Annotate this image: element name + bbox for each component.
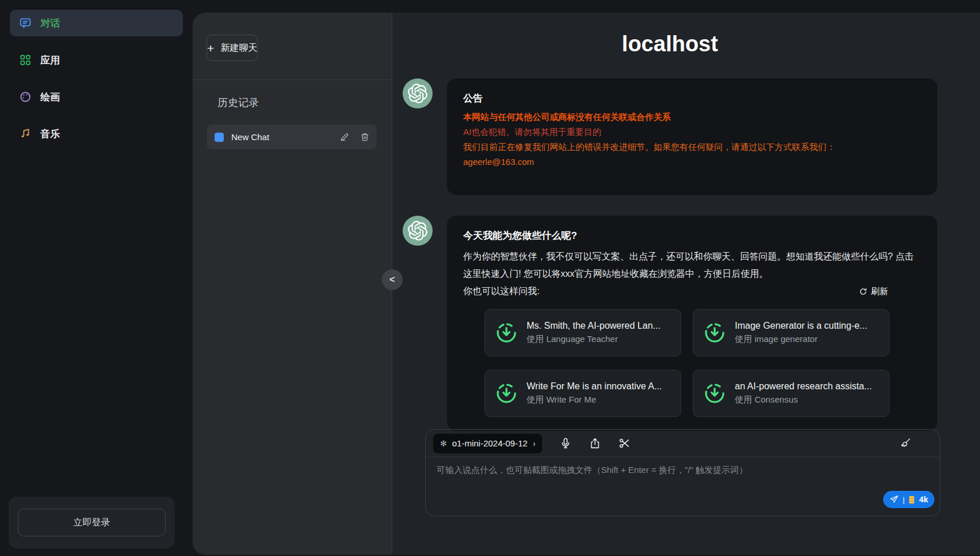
model-selector[interactable]: ✻ o1-mini-2024-09-12 › <box>433 434 542 453</box>
delete-icon[interactable] <box>361 133 369 141</box>
download-circle-icon <box>703 382 726 405</box>
composer: ✻ o1-mini-2024-09-12 › <box>425 429 940 516</box>
ask-hint: 你也可以这样问我: <box>463 283 539 300</box>
history-section-title: 历史记录 <box>217 96 392 110</box>
sidebar-item-drawing[interactable]: 绘画 <box>10 84 183 110</box>
suggestion-card[interactable]: Ms. Smith, the AI-powered Lan... 使用 Lang… <box>485 309 681 356</box>
announcement-title: 公告 <box>463 91 921 106</box>
contact-email-link[interactable]: ageerle@163.com <box>463 157 534 167</box>
welcome-title: 今天我能为您做些什么呢? <box>463 228 921 243</box>
new-chat-button[interactable]: + 新建聊天 <box>206 35 258 61</box>
assistant-message: 今天我能为您做些什么呢? 作为你的智慧伙伴，我不仅可以写文案、出点子，还可以和你… <box>403 216 937 431</box>
edit-icon[interactable] <box>340 133 349 141</box>
broom-icon[interactable] <box>899 437 911 449</box>
upload-icon[interactable] <box>589 437 601 449</box>
refresh-icon <box>859 287 868 296</box>
download-circle-icon <box>703 321 726 344</box>
chat-color-badge <box>215 133 224 142</box>
token-count: 4k <box>919 495 928 504</box>
suggestion-title: Image Generator is a cutting-e... <box>735 321 867 331</box>
suggestion-title: Ms. Smith, the AI-powered Lan... <box>527 321 660 331</box>
chat-bubble-icon <box>19 17 32 29</box>
sidebar-item-label: 音乐 <box>40 127 60 141</box>
sidebar-item-label: 应用 <box>40 54 60 67</box>
sidebar-item-music[interactable]: 音乐 <box>10 121 183 147</box>
plus-icon: + <box>207 42 214 54</box>
download-circle-icon <box>495 382 518 405</box>
suggestion-subtitle: 使用 image generator <box>735 334 867 345</box>
music-note-icon <box>19 127 32 140</box>
suggestion-subtitle: 使用 Consensus <box>735 395 872 405</box>
microphone-icon[interactable] <box>560 437 572 449</box>
workspace: + 新建聊天 历史记录 New Chat < localhost <box>193 13 980 555</box>
assistant-message: 公告 本网站与任何其他公司或商标没有任何关联或合作关系 AI也会犯错。请勿将其用… <box>403 78 937 195</box>
chevron-left-icon: < <box>389 275 395 285</box>
announcement-line: 我们目前正在修复我们网站上的错误并改进细节。如果您有任何疑问，请通过以下方式联系… <box>463 141 921 153</box>
download-circle-icon <box>495 321 518 344</box>
paper-plane-icon <box>889 495 899 504</box>
suggestion-subtitle: 使用 Write For Me <box>527 395 662 405</box>
welcome-body: 作为你的智慧伙伴，我不仅可以写文案、出点子，还可以和你聊天、回答问题。想知道我还… <box>463 248 921 283</box>
refresh-label: 刷新 <box>871 283 888 300</box>
announcement-line: AI也会犯错。请勿将其用于重要目的 <box>463 126 921 138</box>
send-button[interactable]: | 4k <box>883 491 934 508</box>
chat-item-title: New Chat <box>231 132 329 142</box>
sparkle-icon: ✻ <box>440 439 447 448</box>
login-button[interactable]: 立即登录 <box>18 509 166 536</box>
sidebar: 对话 应用 绘画 音乐 <box>0 0 193 556</box>
history-divider <box>193 80 392 80</box>
history-panel: + 新建聊天 历史记录 New Chat <box>193 13 392 555</box>
suggestion-grid: Ms. Smith, the AI-powered Lan... 使用 Lang… <box>485 309 889 417</box>
announcement-bubble: 公告 本网站与任何其他公司或商标没有任何关联或合作关系 AI也会犯错。请勿将其用… <box>447 78 937 195</box>
apps-grid-icon <box>19 54 32 66</box>
suggestion-title: Write For Me is an innovative A... <box>527 381 662 392</box>
suggestion-card[interactable]: an AI-powered research assista... 使用 Con… <box>693 370 889 417</box>
new-chat-button-label: 新建聊天 <box>220 42 257 54</box>
chat-area: localhost 公告 本网站与任何其他公司或商标没有任何关联或合作关系 AI… <box>392 13 980 555</box>
send-separator: | <box>903 495 904 504</box>
suggestion-card[interactable]: Write For Me is an innovative A... 使用 Wr… <box>485 370 681 417</box>
message-input[interactable] <box>437 465 929 499</box>
openai-logo-icon <box>403 216 433 246</box>
refresh-button[interactable]: 刷新 <box>859 283 888 300</box>
sidebar-item-chat[interactable]: 对话 <box>10 10 183 36</box>
openai-logo-icon <box>403 78 433 108</box>
welcome-bubble: 今天我能为您做些什么呢? 作为你的智慧伙伴，我不仅可以写文案、出点子，还可以和你… <box>447 216 937 431</box>
scissors-icon[interactable] <box>618 437 630 449</box>
model-name: o1-mini-2024-09-12 <box>452 438 528 448</box>
suggestion-card[interactable]: Image Generator is a cutting-e... 使用 ima… <box>693 309 889 356</box>
page-title: localhost <box>403 30 937 58</box>
composer-toolbar: ✻ o1-mini-2024-09-12 › <box>426 430 940 457</box>
chevron-right-icon: › <box>533 439 536 448</box>
sidebar-item-apps[interactable]: 应用 <box>10 47 183 73</box>
sidebar-item-label: 对话 <box>40 17 60 30</box>
collapse-panel-button[interactable]: < <box>382 269 403 290</box>
announcement-line: 本网站与任何其他公司或商标没有任何关联或合作关系 <box>463 111 921 123</box>
login-card: 立即登录 <box>9 497 175 549</box>
composer-input-zone: | 4k <box>426 457 940 516</box>
sidebar-item-label: 绘画 <box>40 91 60 104</box>
chat-list-item[interactable]: New Chat <box>207 125 377 149</box>
suggestion-subtitle: 使用 Language Teacher <box>527 334 660 345</box>
palette-icon <box>19 91 32 103</box>
suggestion-title: an AI-powered research assista... <box>735 381 872 392</box>
coins-icon <box>908 495 915 504</box>
